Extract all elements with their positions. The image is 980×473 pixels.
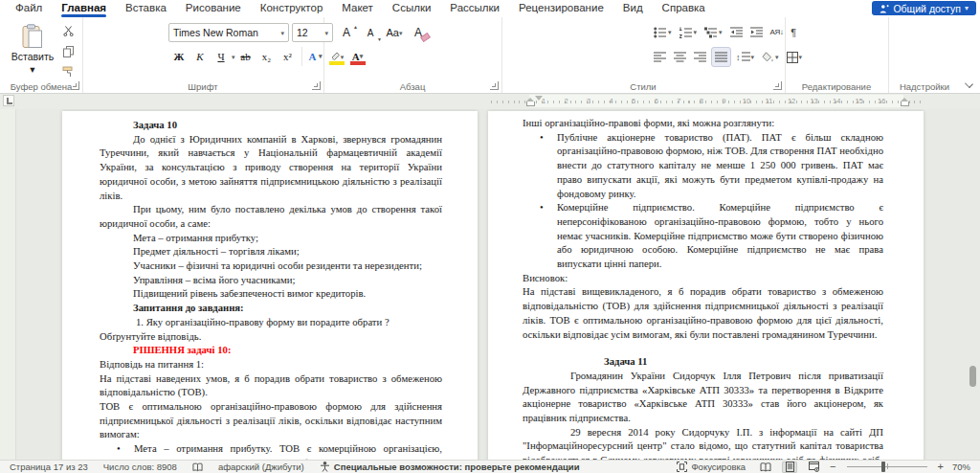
share-button[interactable]: Общий доступ ▾ <box>872 1 976 15</box>
styles-group: ОбычныйБез интервалаЗаголовок ▴ ▾ ≡ Стил… <box>501 17 786 93</box>
paragraph[interactable]: Підвищений рівень забезпеченості вимог к… <box>100 286 442 301</box>
paragraph[interactable]: Інші організаційно-правові форми, які мо… <box>523 116 883 130</box>
ribbon-tab[interactable]: Рассылки <box>440 0 509 16</box>
page-indicator[interactable]: Страница 17 из 23 <box>10 462 88 472</box>
paragraph[interactable] <box>523 341 883 354</box>
ruler-number: 12 <box>786 97 797 106</box>
ribbon-tab[interactable]: Рецензирование <box>509 0 613 16</box>
ribbon-tab[interactable]: Вид <box>613 0 653 16</box>
document-page-18[interactable]: Інші організаційно-правові форми, які мо… <box>488 111 924 461</box>
italic-button[interactable]: К <box>189 48 211 66</box>
addins-group-label: Надстройки <box>888 81 961 92</box>
paragraph[interactable]: Управління – всіма його учасниками; <box>100 273 442 287</box>
ribbon-tab[interactable]: Конструктор <box>251 0 333 16</box>
clipboard-small-buttons <box>59 24 77 79</box>
collapse-ribbon-button[interactable] <box>965 79 973 87</box>
ruler-number: 3 <box>583 97 594 106</box>
zoom-in-button[interactable]: + <box>938 462 944 472</box>
subscript-button[interactable]: x₂ <box>256 48 278 66</box>
ribbon-tab[interactable]: Рисование <box>176 0 251 16</box>
chevron-down-icon: ▾ <box>232 54 235 60</box>
format-painter-button[interactable] <box>59 64 77 79</box>
paragraph[interactable]: 1. Яку організаційно-правову форму ви по… <box>100 315 442 343</box>
strikethrough-button[interactable]: ab <box>235 48 256 66</box>
paragraph[interactable]: Запитання до завдання: <box>100 301 442 315</box>
share-icon <box>880 4 889 13</box>
accessibility-person-icon <box>320 462 330 472</box>
tab-stop-selector[interactable] <box>3 95 14 106</box>
paragraph[interactable]: До однієї з Юридичних компаній в Харкові… <box>100 132 442 203</box>
paragraph[interactable]: На підставі наведених умов, я б порадив … <box>100 372 442 399</box>
paragraph[interactable]: РІШЕННЯ задачі 10: <box>100 343 442 357</box>
styles-group-label: Стили <box>501 81 785 92</box>
paragraph[interactable]: 29 вересня 2014 року Сидорчуку І.П. з ін… <box>523 425 883 461</box>
cut-button[interactable] <box>59 24 77 38</box>
ruler-number: 6 <box>651 97 662 106</box>
paragraph[interactable]: Учасники – фізичні та юридичні особи рез… <box>100 259 442 273</box>
font-name-select[interactable]: Times New Roman ▾ <box>168 23 289 42</box>
paragraph[interactable]: Висновок: <box>523 271 883 285</box>
proofing-status[interactable] <box>192 462 203 472</box>
underline-button[interactable]: Ч <box>211 48 232 66</box>
dialog-launcher-icon[interactable] <box>71 81 79 90</box>
font-size-value: 12 <box>297 27 308 38</box>
ribbon-tabs-bar: ФайлГлавнаяВставкаРисованиеКонструкторМа… <box>0 0 980 17</box>
paragraph[interactable]: Предмет діяльності – торгівля ліками; <box>100 244 442 259</box>
zoom-level[interactable]: 70% <box>952 462 970 472</box>
ribbon-tab[interactable]: Макет <box>332 0 383 16</box>
document-canvas: Задача 10До однієї з Юридичних компаній … <box>0 109 980 461</box>
paragraph[interactable]: Мета – отримання прибутку; <box>100 231 442 245</box>
ribbon-tab[interactable]: Главная <box>52 0 116 16</box>
zoom-out-button[interactable]: − <box>830 462 835 472</box>
paragraph[interactable]: Комерційне підприємство. Комерційне підп… <box>523 200 883 271</box>
paragraph[interactable]: Публічне акціонерне товариство (ПАТ). ПА… <box>523 130 883 201</box>
ribbon-tab[interactable]: Файл <box>6 0 52 16</box>
focus-mode-button[interactable]: Фокусировка <box>677 462 746 472</box>
paragraph[interactable]: При цьому, ним було поставлено декілька … <box>100 202 442 230</box>
document-page-17[interactable]: Задача 10До однієї з Юридичних компаній … <box>62 111 478 461</box>
zoom-slider-notch <box>887 463 888 469</box>
clipboard-group: Вставить ▾ Буфер обмена <box>0 17 83 93</box>
paragraph[interactable]: Мета – отримання прибутку. ТОВ є комерці… <box>100 441 442 461</box>
paragraph[interactable]: Задача 10 <box>100 118 442 132</box>
first-line-indent-marker[interactable] <box>535 96 543 101</box>
ruler-number: 10 <box>741 97 752 106</box>
bold-button[interactable]: Ж <box>168 48 189 66</box>
dialog-launcher-icon[interactable] <box>773 81 782 90</box>
read-mode-icon <box>760 462 771 472</box>
zoom-slider[interactable] <box>847 466 927 468</box>
print-layout-button[interactable] <box>782 462 797 473</box>
zoom-slider-thumb[interactable] <box>881 462 885 472</box>
copy-button[interactable] <box>59 44 77 58</box>
chevron-down-icon: ▾ <box>30 64 34 75</box>
paragraph[interactable]: Громадянин України Сидорчук Ілля Петрови… <box>523 369 883 425</box>
paste-button[interactable]: Вставить ▾ <box>9 22 56 77</box>
ribbon-tab[interactable]: Ссылки <box>383 0 441 16</box>
right-indent-marker[interactable] <box>901 101 909 106</box>
ruler-number: 4 <box>606 97 617 106</box>
print-layout-icon <box>786 462 794 472</box>
status-bar: Страница 17 из 23 Число слов: 8908 афарс… <box>0 460 980 473</box>
left-indent-marker[interactable] <box>526 101 535 106</box>
paste-label: Вставить <box>11 51 55 62</box>
dialog-launcher-icon[interactable] <box>312 81 321 90</box>
font-name-value: Times New Roman <box>173 27 258 38</box>
paragraph[interactable]: На підставі вищевикладеного, я б порадив… <box>523 284 883 341</box>
dialog-launcher-icon[interactable] <box>490 81 499 90</box>
language-indicator[interactable]: афарский (Джибути) <box>218 462 304 472</box>
vertical-scrollbar-thumb[interactable] <box>969 366 976 387</box>
web-layout-button[interactable] <box>806 462 821 473</box>
paragraph[interactable]: Відповідь на питання 1: <box>100 357 442 372</box>
word-count[interactable]: Число слов: 8908 <box>103 462 177 472</box>
ribbon-tab[interactable]: Справка <box>653 0 715 16</box>
paragraph[interactable]: ТОВ є оптимальною організаційно-правовою… <box>100 399 442 441</box>
word-window: ФайлГлавнаяВставкаРисованиеКонструкторМа… <box>0 0 980 473</box>
paragraph[interactable]: Задача 11 <box>523 354 883 369</box>
read-mode-button[interactable] <box>758 462 773 473</box>
accessibility-text: Специальные возможности: проверьте реком… <box>334 462 580 472</box>
ribbon-tabs: ФайлГлавнаяВставкаРисованиеКонструкторМа… <box>6 0 715 16</box>
separator <box>301 47 302 66</box>
ribbon-tab[interactable]: Вставка <box>116 0 176 16</box>
accessibility-status[interactable]: Специальные возможности: проверьте реком… <box>320 462 580 472</box>
superscript-button[interactable]: x² <box>278 48 299 66</box>
